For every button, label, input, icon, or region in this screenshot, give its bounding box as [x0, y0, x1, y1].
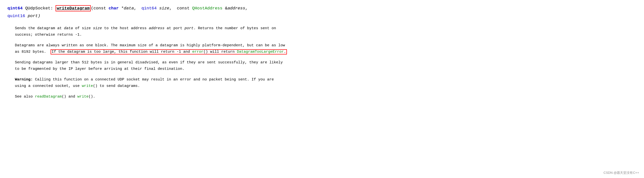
param-port: port) [28, 14, 40, 18]
p5-text: See also readDatagram() and write(). [15, 95, 95, 99]
param-data: *data, [119, 6, 142, 11]
paragraph-4: Warning: Calling this function on a conn… [15, 76, 636, 89]
params-open: (const [91, 6, 108, 11]
function-name: writeDatagram [56, 5, 91, 11]
warning-label: Warning: [15, 77, 33, 82]
param-address: &address, [222, 6, 248, 11]
qint64-type: qint64 [142, 6, 157, 11]
paragraph-3: Sending datagrams larger than 512 bytes … [15, 59, 636, 72]
p4-text: Calling this function on a connected UDP… [15, 77, 274, 88]
quint16-type: quint16 [8, 14, 25, 18]
return-type: qint64 [8, 6, 22, 11]
p2-highlighted: If the datagram is too large, this funct… [50, 49, 287, 54]
paragraph-5: See also readDatagram() and write(). [15, 94, 636, 100]
paragraph-1: Sends the datagram at data of size size … [15, 25, 636, 38]
param-size: size, const [157, 6, 192, 11]
qhostaddress-type: QHostAddress [192, 6, 222, 11]
watermark-text: CSDN @愿天堂没有C++ [604, 171, 639, 175]
signature-line-2: quint16 port) [8, 13, 636, 19]
p1-text: Sends the datagram at data of size size … [15, 26, 276, 37]
paragraph-2: Datagrams are always written as one bloc… [15, 42, 636, 55]
p3-text: Sending datagrams larger than 512 bytes … [15, 60, 283, 71]
signature-line-1: qint64 QUdpSocket: writeDatagram(const c… [8, 5, 636, 12]
watermark: CSDN @愿天堂没有C++ [604, 171, 639, 175]
class-name: QUdpSocket: [25, 6, 53, 11]
const-keyword: char [108, 6, 119, 11]
